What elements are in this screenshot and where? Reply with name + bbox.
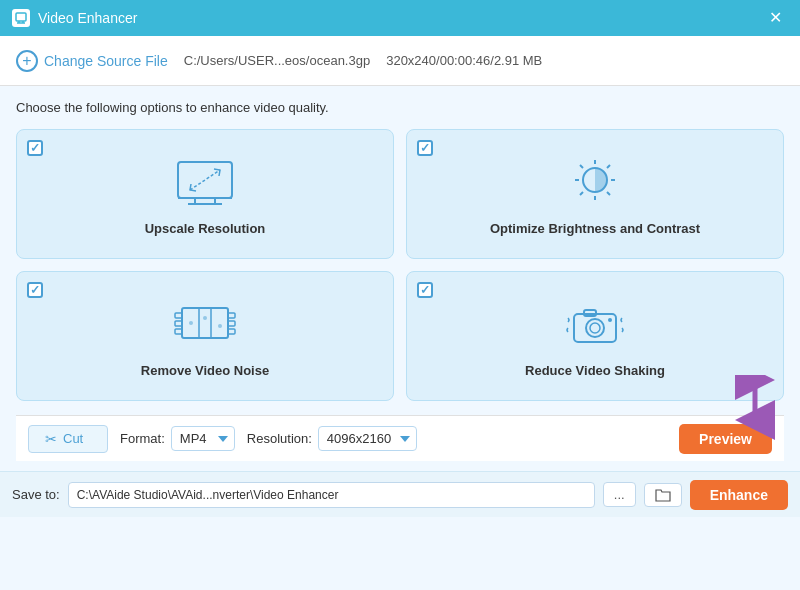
svg-line-9 [190,170,220,190]
svg-point-29 [203,316,207,320]
file-path: C:/Users/USER...eos/ocean.3gp [184,53,370,68]
folder-button[interactable] [644,483,682,507]
cut-label: Cut [63,431,83,446]
svg-line-16 [607,192,610,195]
options-grid: Upscale Resolution [16,129,784,401]
svg-line-15 [580,165,583,168]
scissors-icon: ✂ [45,431,57,447]
save-label: Save to: [12,487,60,502]
resolution-select[interactable]: 4096x2160 1920x1080 1280x720 640x480 [318,426,417,451]
app-icon [12,9,30,27]
preview-button[interactable]: Preview [679,424,772,454]
resolution-group: Resolution: 4096x2160 1920x1080 1280x720… [247,426,417,451]
noise-label: Remove Video Noise [141,363,269,378]
brightness-icon [560,154,630,209]
option-card-upscale: Upscale Resolution [16,129,394,259]
svg-rect-19 [182,308,228,338]
svg-rect-25 [228,329,235,334]
svg-rect-21 [175,321,182,326]
option-card-brightness: Optimize Brightness and Contrast [406,129,784,259]
dots-button[interactable]: ... [603,482,636,507]
option-card-noise: Remove Video Noise [16,271,394,401]
main-content: Choose the following options to enhance … [0,86,800,471]
app-title: Video Enhancer [38,10,137,26]
upscale-icon [170,154,240,209]
checkbox-upscale[interactable] [27,140,43,156]
brightness-label: Optimize Brightness and Contrast [490,221,700,236]
svg-rect-4 [178,162,232,198]
format-label: Format: [120,431,165,446]
svg-point-35 [608,318,612,322]
svg-point-33 [590,323,600,333]
enhance-button[interactable]: Enhance [690,480,788,510]
format-group: Format: MP4 MOV AVI MKV [120,426,235,451]
svg-rect-20 [175,313,182,318]
folder-icon [655,488,671,502]
source-bar: + Change Source File C:/Users/USER...eos… [0,36,800,86]
save-path-input[interactable] [68,482,595,508]
svg-rect-22 [175,329,182,334]
save-bar: Save to: ... Enhance [0,471,800,517]
file-metadata: 320x240/00:00:46/2.91 MB [386,53,542,68]
upscale-label: Upscale Resolution [145,221,266,236]
change-source-label: Change Source File [44,53,168,69]
add-icon: + [16,50,38,72]
title-bar: Video Enhancer ✕ [0,0,800,36]
shaking-label: Reduce Video Shaking [525,363,665,378]
svg-rect-0 [16,13,26,21]
instructions-text: Choose the following options to enhance … [16,100,784,115]
checkbox-shaking[interactable] [417,282,433,298]
noise-icon [170,296,240,351]
option-card-shaking: Reduce Video Shaking [406,271,784,401]
resolution-label: Resolution: [247,431,312,446]
checkbox-brightness[interactable] [417,140,433,156]
svg-line-17 [607,165,610,168]
svg-rect-23 [228,313,235,318]
svg-point-28 [189,321,193,325]
svg-point-30 [218,324,222,328]
svg-rect-24 [228,321,235,326]
svg-point-32 [586,319,604,337]
close-button[interactable]: ✕ [763,8,788,28]
change-source-button[interactable]: + Change Source File [16,50,168,72]
svg-line-18 [580,192,583,195]
format-select[interactable]: MP4 MOV AVI MKV [171,426,235,451]
checkbox-noise[interactable] [27,282,43,298]
cut-button[interactable]: ✂ Cut [28,425,108,453]
shaking-icon [560,296,630,351]
bottom-toolbar: ✂ Cut Format: MP4 MOV AVI MKV Resolution… [16,415,784,461]
